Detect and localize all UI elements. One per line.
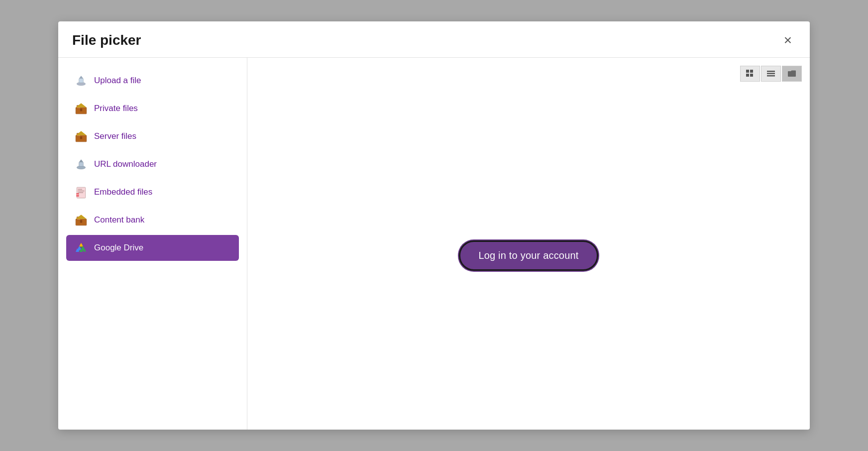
sidebar-item-server[interactable]: Server files xyxy=(66,123,239,149)
svg-rect-37 xyxy=(750,74,753,77)
content-bank-icon xyxy=(74,213,88,227)
view-toolbar xyxy=(255,66,802,82)
login-button[interactable]: Log in to your account xyxy=(459,240,598,271)
sidebar-item-server-label: Server files xyxy=(94,131,136,141)
svg-rect-39 xyxy=(767,73,775,75)
svg-rect-15 xyxy=(78,189,83,190)
sidebar-item-upload-label: Upload a file xyxy=(94,76,141,86)
folder-view-button[interactable] xyxy=(782,66,802,82)
sidebar-item-embedded[interactable]: Embedded files xyxy=(66,179,239,205)
grid-icon xyxy=(746,69,755,78)
sidebar-item-private-label: Private files xyxy=(94,104,138,113)
modal-header: File picker × xyxy=(58,21,810,58)
sidebar-item-url[interactable]: URL downloader xyxy=(66,151,239,177)
svg-marker-2 xyxy=(79,76,84,78)
upload-icon xyxy=(74,74,88,88)
sidebar-item-contentbank[interactable]: Content bank xyxy=(66,207,239,233)
private-files-icon xyxy=(74,102,88,115)
svg-rect-12 xyxy=(79,162,84,167)
modal-body: Upload a file Private files xyxy=(58,58,810,430)
svg-rect-40 xyxy=(767,75,775,77)
svg-rect-1 xyxy=(79,79,84,83)
list-view-button[interactable] xyxy=(761,66,781,82)
close-button[interactable]: × xyxy=(780,31,796,49)
svg-rect-9 xyxy=(80,136,82,139)
sidebar-item-googledrive-label: Google Drive xyxy=(94,243,143,253)
svg-marker-32 xyxy=(80,243,83,246)
sidebar-item-contentbank-label: Content bank xyxy=(94,215,144,225)
svg-rect-17 xyxy=(78,192,84,193)
modal-overlay: File picker × Upload a file xyxy=(0,0,868,451)
sidebar-item-url-label: URL downloader xyxy=(94,159,157,169)
grid-view-button[interactable] xyxy=(740,66,760,82)
svg-rect-35 xyxy=(750,70,753,73)
svg-rect-34 xyxy=(746,70,749,73)
google-drive-icon xyxy=(74,241,88,255)
list-icon xyxy=(766,69,775,78)
sidebar-item-embedded-label: Embedded files xyxy=(94,187,152,197)
sidebar: Upload a file Private files xyxy=(58,58,247,430)
sidebar-item-googledrive[interactable]: Google Drive xyxy=(66,235,239,261)
svg-marker-13 xyxy=(79,159,84,162)
file-picker-modal: File picker × Upload a file xyxy=(58,21,810,430)
svg-rect-38 xyxy=(767,71,775,72)
sidebar-item-private[interactable]: Private files xyxy=(66,96,239,121)
server-files-icon xyxy=(74,129,88,143)
svg-rect-36 xyxy=(746,74,749,77)
url-downloader-icon xyxy=(74,157,88,171)
modal-title: File picker xyxy=(72,32,141,48)
folder-icon xyxy=(787,69,796,78)
svg-rect-22 xyxy=(80,220,82,223)
svg-rect-5 xyxy=(80,109,82,111)
content-area: Log in to your account xyxy=(255,90,802,422)
main-content: Log in to your account xyxy=(247,58,810,430)
embedded-files-icon xyxy=(74,185,88,199)
sidebar-item-upload[interactable]: Upload a file xyxy=(66,68,239,94)
svg-rect-16 xyxy=(78,191,85,192)
